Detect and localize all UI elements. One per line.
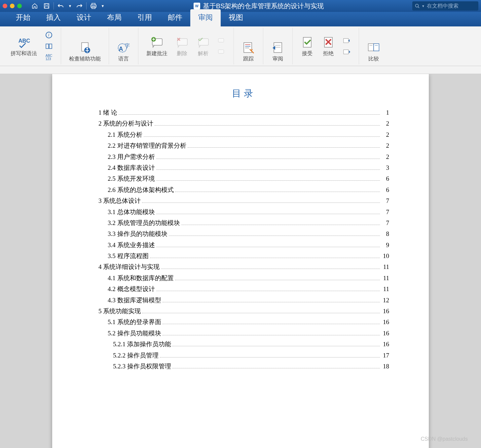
word-count-button[interactable]	[42, 41, 56, 52]
toc-entry[interactable]: 1 绪 论1	[98, 108, 389, 118]
reject-icon	[322, 36, 335, 49]
next-comment-button[interactable]	[215, 47, 228, 57]
ribbon-group-comments: 新建批注 删除 解析	[138, 28, 234, 64]
toc-entry[interactable]: 3.4 系统业务描述9	[98, 240, 389, 250]
toc-entry[interactable]: 4 系统详细设计与实现11	[98, 262, 389, 272]
compare-button[interactable]: 比较	[364, 40, 383, 63]
toc-leader	[142, 203, 380, 203]
toc-entry[interactable]: 5.2.1 添加操作员功能16	[98, 339, 389, 349]
toc-entry[interactable]: 4.3 数据库逻辑模型12	[98, 295, 389, 305]
toc-text: 3.4 系统业务描述	[108, 240, 155, 250]
delete-comment-button[interactable]: 删除	[173, 35, 191, 58]
toc-entry[interactable]: 2.2 对进存销管理的背景分析2	[98, 141, 389, 151]
toc-entry[interactable]: 5.2.3 操作员权限管理18	[98, 361, 389, 371]
prev-comment-button[interactable]	[215, 35, 228, 46]
thesaurus-button[interactable]: i	[42, 30, 56, 40]
toc-entry[interactable]: 4.2 概念模型设计11	[98, 284, 389, 294]
tab-6[interactable]: 审阅	[190, 9, 221, 26]
toc-text: 3.1 总体功能模块	[108, 207, 155, 217]
ribbon: ABC 拼写和语法 i ABC123 检查辅助功能 字A 语言 新建批注	[0, 26, 481, 66]
close-window-button[interactable]	[3, 4, 7, 8]
toc-page-number: 6	[381, 185, 389, 195]
toc-text: 5.2 操作员功能模块	[108, 328, 161, 338]
tab-3[interactable]: 布局	[99, 9, 130, 26]
resolve-comment-button[interactable]: 解析	[194, 35, 212, 58]
svg-rect-32	[344, 38, 349, 43]
toc-text: 3.2 系统管理员的功能模块	[108, 218, 180, 228]
toc-text: 2.6 系统的总体架构模式	[108, 185, 174, 195]
toc-page-number: 2	[381, 141, 389, 151]
toc-leader	[156, 214, 380, 214]
spelling-grammar-button[interactable]: ABC 拼写和语法	[8, 35, 40, 58]
document-workspace: 目录 1 绪 论12 系统的分析与设计22.1 系统分析22.2 对进存销管理的…	[0, 74, 481, 448]
toc-entry[interactable]: 3.2 系统管理员的功能模块7	[98, 218, 389, 228]
accept-button[interactable]: 接受	[298, 35, 316, 58]
toc-leader	[172, 346, 380, 346]
comment-nav-buttons	[215, 35, 228, 57]
toc-page-number: 9	[381, 240, 389, 250]
search-input[interactable]: ▼ 在文档中搜索	[412, 1, 478, 11]
track-changes-button[interactable]: 跟踪	[239, 40, 258, 63]
minimize-window-button[interactable]	[10, 4, 15, 8]
reject-button[interactable]: 拒绝	[319, 35, 338, 58]
toc-leader	[188, 147, 380, 148]
toc-leader	[156, 169, 380, 170]
toc-entry[interactable]: 2.4 数据库表设计3	[98, 163, 389, 173]
accessibility-check-button[interactable]: 检查辅助功能	[66, 40, 103, 63]
toc-entry[interactable]: 3.1 总体功能模块7	[98, 207, 389, 217]
toc-text: 3 系统总体设计	[98, 196, 141, 206]
stat-button[interactable]: ABC123	[42, 52, 56, 63]
toc-entry[interactable]: 5 系统功能实现16	[98, 306, 389, 316]
toc-entry[interactable]: 2.5 系统开发环境6	[98, 174, 389, 184]
delete-comment-icon	[175, 36, 189, 49]
ruler[interactable]	[0, 66, 481, 74]
review-pane-button[interactable]: 审阅	[269, 40, 287, 63]
delete-comment-label: 删除	[177, 51, 187, 56]
toc-leader	[169, 236, 380, 236]
svg-text:字: 字	[125, 43, 130, 49]
language-icon: 字A	[117, 41, 130, 55]
next-change-button[interactable]	[340, 47, 353, 57]
toc-page-number: 11	[381, 262, 389, 272]
tab-1[interactable]: 插入	[38, 9, 69, 26]
toc-page-number: 16	[381, 328, 389, 338]
tab-0[interactable]: 开始	[8, 9, 38, 26]
tab-4[interactable]: 引用	[130, 9, 160, 26]
toc-entry[interactable]: 3.5 程序流程图10	[98, 251, 389, 261]
toc-entry[interactable]: 5.1 系统的登录界面16	[98, 317, 389, 327]
toc-entry[interactable]: 2.6 系统的总体架构模式6	[98, 185, 389, 195]
new-comment-icon	[150, 36, 164, 49]
document-page[interactable]: 目录 1 绪 论12 系统的分析与设计22.1 系统分析22.2 对进存销管理的…	[52, 74, 429, 448]
toc-text: 3.3 操作员的功能模块	[108, 229, 167, 239]
toc-entry[interactable]: 2 系统的分析与设计2	[98, 119, 389, 129]
new-comment-label: 新建批注	[146, 51, 167, 56]
accept-icon	[301, 36, 314, 49]
toc-entry[interactable]: 2.3 用户需求分析2	[98, 152, 389, 162]
toc-page-number: 7	[381, 207, 389, 217]
book-icon	[45, 42, 53, 50]
new-comment-button[interactable]: 新建批注	[144, 35, 170, 58]
change-nav-buttons	[340, 35, 353, 57]
review-icon	[271, 41, 284, 55]
track-icon	[242, 41, 255, 55]
tab-2[interactable]: 设计	[69, 9, 99, 26]
toc-leader	[155, 125, 380, 126]
svg-text:ABC: ABC	[18, 38, 30, 44]
maximize-window-button[interactable]	[17, 4, 22, 8]
tab-7[interactable]: 视图	[221, 9, 251, 26]
prev-change-button[interactable]	[340, 35, 353, 46]
toc-entry[interactable]: 2.1 系统分析2	[98, 130, 389, 140]
toc-text: 4.2 概念模型设计	[108, 284, 155, 294]
toc-entry[interactable]: 5.2.2 操作员管理17	[98, 351, 389, 360]
tab-5[interactable]: 邮件	[160, 9, 190, 26]
toc-entry[interactable]: 4.1 系统和数据库的配置11	[98, 273, 389, 283]
toc-text: 1 绪 论	[98, 108, 117, 118]
toc-entry[interactable]: 3 系统总体设计7	[98, 196, 389, 206]
svg-text:A: A	[119, 46, 123, 52]
toc-entry[interactable]: 5.2 操作员功能模块16	[98, 328, 389, 338]
watermark: CSDN @pastclouds	[421, 436, 468, 442]
svg-rect-2	[45, 6, 48, 8]
toc-entry[interactable]: 3.3 操作员的功能模块8	[98, 229, 389, 239]
ribbon-group-compare: 比较	[359, 28, 388, 64]
language-button[interactable]: 字A 语言	[114, 40, 133, 63]
